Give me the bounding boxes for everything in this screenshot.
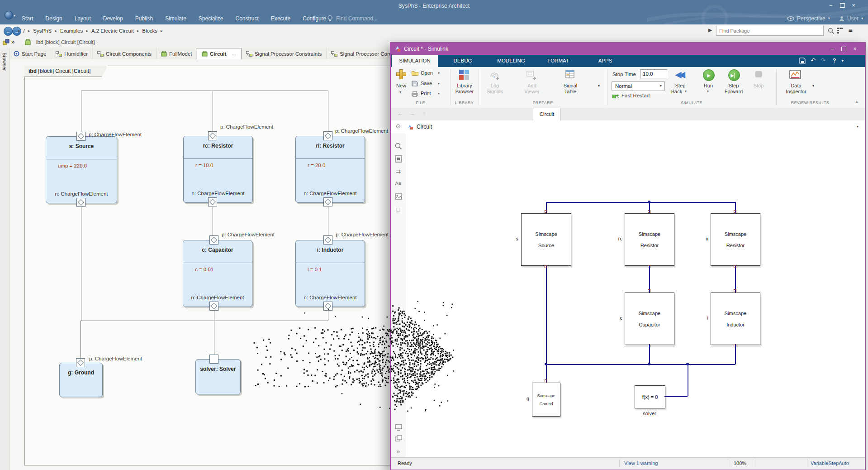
minimize-icon[interactable]: – bbox=[827, 2, 835, 9]
redo-icon[interactable]: ↷ bbox=[821, 57, 825, 64]
prepare-gallery-caret-icon[interactable]: ▾ bbox=[598, 84, 600, 88]
port-n-resistor-rc[interactable] bbox=[208, 197, 217, 206]
perspective-caret-icon[interactable]: ▾ bbox=[828, 16, 830, 20]
explorer-bar-icon[interactable]: ⊙ bbox=[396, 123, 401, 129]
empty-box-icon[interactable]: □ bbox=[391, 206, 406, 213]
step-forward-label-2[interactable]: Forward bbox=[723, 89, 745, 94]
grid-view-icon[interactable] bbox=[837, 28, 843, 34]
step-forward-button[interactable]: ▶▏ bbox=[728, 69, 740, 81]
collapse-double-arrow-icon[interactable]: » bbox=[11, 38, 14, 45]
save-icon[interactable] bbox=[412, 81, 418, 86]
nav-up-icon[interactable]: ↑ bbox=[422, 110, 426, 117]
help-icon[interactable]: ? bbox=[833, 58, 836, 64]
data-inspector-icon[interactable] bbox=[789, 69, 802, 82]
block-solver[interactable]: solver: Solver bbox=[195, 359, 241, 394]
log-signals-label-1[interactable]: Log bbox=[482, 83, 508, 88]
port-solver[interactable] bbox=[209, 355, 218, 364]
ribbon-tab-apps[interactable]: APPS bbox=[592, 55, 619, 67]
user-caret-icon[interactable]: ▾ bbox=[861, 16, 863, 20]
port-p-source[interactable] bbox=[76, 132, 85, 141]
minimize-icon[interactable]: – bbox=[829, 45, 836, 52]
new-caret-icon[interactable]: ▾ bbox=[399, 90, 401, 94]
port-p-resistor-ri[interactable] bbox=[323, 131, 332, 140]
step-back-label-1[interactable]: Step bbox=[669, 83, 691, 88]
simscape-capacitor-block[interactable]: Simscape Capacitor bbox=[625, 293, 674, 345]
block-inductor[interactable]: i: Inductor l = 0.1 n: ChargeFlowElement bbox=[295, 240, 365, 307]
simscape-inductor-block[interactable]: Simscape Inductor bbox=[711, 293, 760, 345]
ribbon-tab-debug[interactable]: DEBUG bbox=[447, 55, 479, 67]
model-tab-circuit[interactable]: Circuit bbox=[533, 108, 561, 120]
block-capacitor[interactable]: c: Capacitor c = 0.01 n: ChargeFlowEleme… bbox=[183, 240, 252, 307]
run-caret-icon[interactable]: ▾ bbox=[707, 89, 709, 93]
quick-access-caret-icon[interactable]: ▾ bbox=[842, 59, 844, 63]
menu-layout[interactable]: Layout bbox=[75, 15, 91, 22]
address-model-name[interactable]: Circuit bbox=[417, 124, 432, 130]
open-label[interactable]: Open bbox=[421, 70, 433, 76]
data-inspector-label-1[interactable]: Data bbox=[783, 83, 810, 88]
ea-logo-icon[interactable] bbox=[5, 11, 13, 19]
block-resistor-rc[interactable]: rc: Resistor r = 10.0 n: ChargeFlowEleme… bbox=[183, 136, 253, 203]
tab-circuit-components[interactable]: Circuit Components bbox=[93, 48, 157, 59]
open-caret-icon[interactable]: ▾ bbox=[438, 71, 440, 75]
logo-caret-icon[interactable]: ▾ bbox=[14, 14, 15, 18]
solver-block[interactable]: f(x) = 0 bbox=[635, 385, 665, 408]
tab-fullmodel[interactable]: FullModel bbox=[157, 48, 197, 59]
nav-forward-icon[interactable]: → bbox=[409, 110, 415, 117]
block-ground[interactable]: g: Ground bbox=[59, 363, 103, 397]
nav-back-icon[interactable]: ← bbox=[397, 110, 403, 117]
browser-side-strip[interactable]: Browser bbox=[0, 48, 9, 470]
hamburger-menu-icon[interactable]: ≡ bbox=[849, 26, 853, 34]
collapse-ribbon-icon[interactable]: ▴ bbox=[856, 99, 858, 104]
fast-restart-icon[interactable] bbox=[612, 94, 619, 99]
menu-design[interactable]: Design bbox=[45, 15, 62, 22]
breadcrumb-blocks[interactable]: Blocks bbox=[142, 28, 157, 34]
find-command[interactable]: Find Command... bbox=[327, 12, 378, 24]
expand-arrow-icon[interactable]: ▶ bbox=[708, 27, 712, 33]
address-caret-icon[interactable]: ▾ bbox=[857, 125, 859, 129]
menu-develop[interactable]: Develop bbox=[103, 15, 123, 22]
menu-configure[interactable]: Configure bbox=[303, 15, 326, 22]
zoom-icon[interactable] bbox=[395, 143, 402, 150]
add-viewer-label-2[interactable]: Viewer bbox=[519, 89, 545, 94]
undo-icon[interactable]: ↶ bbox=[811, 57, 816, 64]
quick-save-ic on[interactable] bbox=[799, 58, 806, 64]
block-resistor-ri[interactable]: ri: Resistor r = 20.0 n: ChargeFlowEleme… bbox=[295, 136, 365, 203]
search-icon[interactable] bbox=[828, 28, 835, 34]
close-icon[interactable]: × bbox=[851, 45, 859, 52]
simscape-ground-block[interactable]: Simscape Ground bbox=[532, 383, 560, 417]
breadcrumb-examples[interactable]: Examples bbox=[60, 28, 83, 34]
breadcrumb-root[interactable]: / bbox=[24, 28, 25, 34]
tab-humidifier[interactable]: Humidifier bbox=[51, 48, 93, 59]
find-package-input[interactable] bbox=[716, 26, 824, 36]
save-caret-icon[interactable]: ▾ bbox=[438, 82, 440, 86]
run-button[interactable]: ▶ bbox=[703, 69, 715, 81]
tab-start-page[interactable]: Start Page bbox=[9, 48, 51, 59]
run-label[interactable]: Run bbox=[698, 83, 718, 88]
print-icon[interactable] bbox=[412, 91, 418, 97]
print-caret-icon[interactable]: ▾ bbox=[438, 91, 440, 96]
port-p-resistor-rc[interactable] bbox=[208, 131, 217, 140]
annotation-icon[interactable]: A≡ bbox=[391, 181, 406, 186]
fit-to-view-icon[interactable] bbox=[395, 155, 402, 163]
print-label[interactable]: Print bbox=[421, 91, 431, 96]
status-solver[interactable]: VariableStepAuto bbox=[811, 460, 849, 466]
user-button[interactable]: User bbox=[847, 15, 859, 22]
step-back-caret-icon[interactable]: ▾ bbox=[685, 89, 687, 93]
menu-construct[interactable]: Construct bbox=[236, 15, 259, 22]
ribbon-tab-simulation[interactable]: SIMULATION bbox=[392, 55, 438, 67]
log-signals-label-2[interactable]: Signals bbox=[482, 89, 508, 94]
perspective-button[interactable]: Perspective bbox=[797, 15, 825, 22]
signal-table-label-1[interactable]: Signal bbox=[558, 83, 583, 88]
signal-table-label-2[interactable]: Table bbox=[558, 89, 583, 94]
simscape-resistor-rc-block[interactable]: Simscape Resistor bbox=[625, 213, 674, 266]
library-label-2[interactable]: Browser bbox=[451, 89, 479, 94]
port-n-capacitor[interactable] bbox=[209, 302, 218, 311]
step-forward-label-1[interactable]: Step bbox=[723, 83, 745, 88]
data-inspector-label-2[interactable]: Inspector bbox=[783, 89, 810, 94]
port-p-capacitor[interactable] bbox=[209, 235, 218, 245]
new-label[interactable]: New bbox=[392, 83, 411, 88]
tab-signal-processor-constraints[interactable]: Signal Processor Constraints bbox=[242, 48, 327, 59]
window-layout-icon[interactable] bbox=[3, 39, 9, 46]
close-icon[interactable]: × bbox=[850, 2, 857, 9]
layers-icon[interactable] bbox=[395, 435, 402, 442]
